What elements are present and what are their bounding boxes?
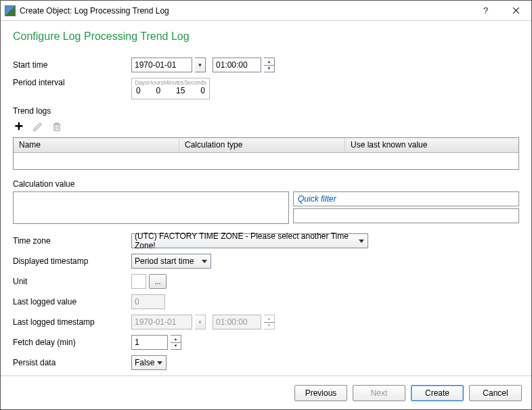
create-button[interactable]: Create bbox=[411, 385, 464, 401]
filter-result-box[interactable] bbox=[293, 208, 519, 223]
chevron-down-icon bbox=[157, 361, 162, 365]
last-logged-timestamp-label: Last logged timestamp bbox=[13, 317, 131, 327]
dialog-window: Create Object: Log Processing Trend Log … bbox=[0, 0, 532, 410]
persist-data-label: Persist data bbox=[13, 358, 131, 367]
last-ts-time: 01:00:00 bbox=[213, 315, 261, 329]
window-title: Create Object: Log Processing Trend Log bbox=[20, 6, 169, 16]
content-area: Configure Log Processing Trend Log Start… bbox=[1, 21, 531, 375]
period-interval-label: Period interval bbox=[13, 78, 131, 87]
next-button: Next bbox=[353, 385, 405, 401]
column-calculation-type[interactable]: Calculation type bbox=[179, 138, 345, 152]
last-ts-spinner: ▲▼ bbox=[264, 315, 275, 329]
delete-button[interactable] bbox=[51, 120, 63, 133]
time-zone-select[interactable]: (UTC) FACTORY TIME ZONE - Please select … bbox=[131, 233, 368, 248]
edit-button[interactable] bbox=[32, 120, 44, 133]
cancel-button[interactable]: Cancel bbox=[469, 385, 522, 401]
trend-logs-label: Trend logs bbox=[13, 106, 519, 116]
start-time-label: Start time bbox=[13, 60, 131, 70]
start-time-spinner[interactable]: ▲▼ bbox=[264, 58, 275, 72]
start-date-picker-button[interactable]: ▼ bbox=[195, 58, 206, 72]
last-logged-value: 0 bbox=[131, 294, 165, 309]
fetch-delay-spinner[interactable]: ▲▼ bbox=[171, 335, 181, 350]
grid-header: Name Calculation type Use last known val… bbox=[14, 138, 518, 153]
last-ts-date: 1970-01-01 bbox=[131, 315, 192, 329]
calculation-value-label: Calculation value bbox=[13, 179, 519, 189]
svg-rect-0 bbox=[54, 124, 60, 131]
chevron-down-icon bbox=[359, 240, 364, 243]
quick-filter-input[interactable]: Quick filter bbox=[293, 191, 519, 206]
last-ts-date-picker: ▼ bbox=[195, 315, 206, 329]
column-name[interactable]: Name bbox=[14, 138, 179, 152]
pencil-icon bbox=[32, 121, 43, 132]
unit-browse-button[interactable]: ... bbox=[149, 274, 167, 289]
help-button[interactable]: ? bbox=[470, 1, 501, 20]
page-title: Configure Log Processing Trend Log bbox=[13, 30, 519, 43]
grid-body[interactable] bbox=[14, 153, 518, 169]
start-time-input[interactable]: 01:00:00 bbox=[213, 58, 261, 72]
last-logged-value-label: Last logged value bbox=[13, 297, 131, 306]
start-date-input[interactable]: 1970-01-01 bbox=[131, 58, 192, 72]
time-zone-label: Time zone bbox=[13, 236, 131, 246]
app-icon bbox=[5, 5, 16, 16]
unit-display bbox=[131, 274, 146, 289]
unit-label: Unit bbox=[13, 277, 131, 286]
calculation-value-box[interactable] bbox=[13, 191, 289, 224]
column-use-last-known[interactable]: Use last known value bbox=[345, 138, 518, 152]
plus-icon: + bbox=[15, 120, 24, 133]
persist-data-select[interactable]: False bbox=[131, 355, 167, 370]
previous-button[interactable]: Previous bbox=[294, 385, 347, 401]
footer: Previous Next Create Cancel bbox=[1, 375, 531, 409]
chevron-down-icon bbox=[202, 260, 207, 263]
titlebar: Create Object: Log Processing Trend Log … bbox=[1, 1, 531, 21]
displayed-timestamp-label: Displayed timestamp bbox=[13, 256, 131, 266]
trend-logs-toolbar: + bbox=[13, 118, 519, 135]
close-button[interactable] bbox=[501, 1, 531, 20]
trend-logs-grid[interactable]: Name Calculation type Use last known val… bbox=[13, 137, 519, 170]
period-interval-input[interactable]: Days Hours Minutes Seconds 0 0 15 0 bbox=[131, 78, 210, 99]
fetch-delay-label: Fetch delay (min) bbox=[13, 338, 131, 347]
trash-icon bbox=[51, 121, 62, 132]
add-button[interactable]: + bbox=[13, 120, 25, 133]
fetch-delay-input[interactable]: 1 bbox=[131, 335, 168, 350]
displayed-timestamp-select[interactable]: Period start time bbox=[131, 254, 211, 269]
